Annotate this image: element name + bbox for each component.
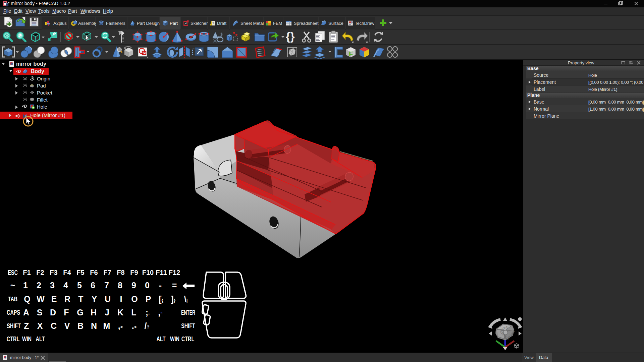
svg-text:F: F (349, 50, 353, 58)
svg-text:{}: {} (286, 31, 294, 43)
